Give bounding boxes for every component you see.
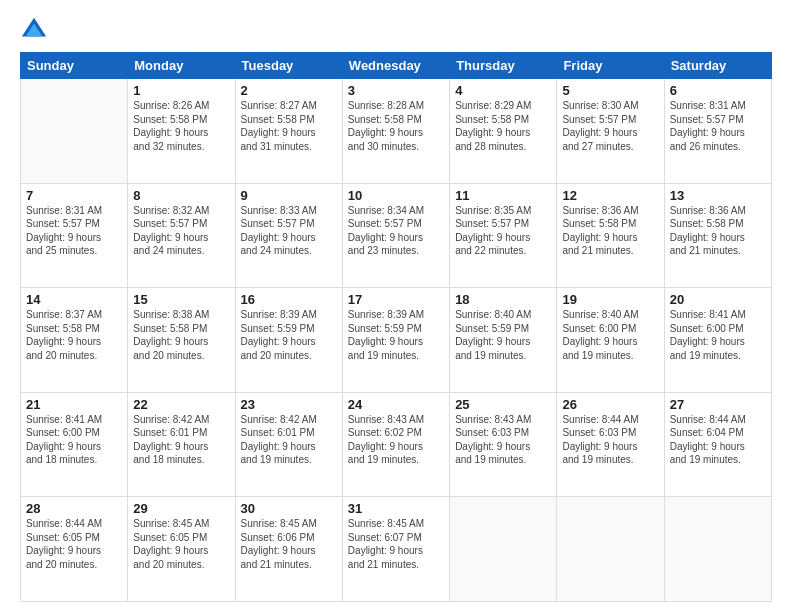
day-info: Sunrise: 8:39 AM Sunset: 5:59 PM Dayligh… [348, 308, 444, 362]
day-info: Sunrise: 8:44 AM Sunset: 6:04 PM Dayligh… [670, 413, 766, 467]
day-info: Sunrise: 8:32 AM Sunset: 5:57 PM Dayligh… [133, 204, 229, 258]
day-info: Sunrise: 8:30 AM Sunset: 5:57 PM Dayligh… [562, 99, 658, 153]
weekday-header: Sunday [21, 53, 128, 79]
day-info: Sunrise: 8:27 AM Sunset: 5:58 PM Dayligh… [241, 99, 337, 153]
page: SundayMondayTuesdayWednesdayThursdayFrid… [0, 0, 792, 612]
calendar-day-cell [21, 79, 128, 184]
day-info: Sunrise: 8:29 AM Sunset: 5:58 PM Dayligh… [455, 99, 551, 153]
day-info: Sunrise: 8:42 AM Sunset: 6:01 PM Dayligh… [133, 413, 229, 467]
day-number: 20 [670, 292, 766, 307]
day-info: Sunrise: 8:31 AM Sunset: 5:57 PM Dayligh… [670, 99, 766, 153]
day-info: Sunrise: 8:26 AM Sunset: 5:58 PM Dayligh… [133, 99, 229, 153]
day-number: 5 [562, 83, 658, 98]
day-number: 11 [455, 188, 551, 203]
calendar-day-cell: 14Sunrise: 8:37 AM Sunset: 5:58 PM Dayli… [21, 288, 128, 393]
day-number: 1 [133, 83, 229, 98]
calendar-day-cell: 5Sunrise: 8:30 AM Sunset: 5:57 PM Daylig… [557, 79, 664, 184]
calendar-day-cell: 12Sunrise: 8:36 AM Sunset: 5:58 PM Dayli… [557, 183, 664, 288]
day-info: Sunrise: 8:34 AM Sunset: 5:57 PM Dayligh… [348, 204, 444, 258]
day-number: 26 [562, 397, 658, 412]
calendar-day-cell: 10Sunrise: 8:34 AM Sunset: 5:57 PM Dayli… [342, 183, 449, 288]
calendar-day-cell: 17Sunrise: 8:39 AM Sunset: 5:59 PM Dayli… [342, 288, 449, 393]
calendar-day-cell: 26Sunrise: 8:44 AM Sunset: 6:03 PM Dayli… [557, 392, 664, 497]
calendar-day-cell [664, 497, 771, 602]
calendar-day-cell: 27Sunrise: 8:44 AM Sunset: 6:04 PM Dayli… [664, 392, 771, 497]
day-number: 14 [26, 292, 122, 307]
day-info: Sunrise: 8:41 AM Sunset: 6:00 PM Dayligh… [26, 413, 122, 467]
calendar-day-cell: 21Sunrise: 8:41 AM Sunset: 6:00 PM Dayli… [21, 392, 128, 497]
day-number: 19 [562, 292, 658, 307]
day-number: 23 [241, 397, 337, 412]
calendar-day-cell: 23Sunrise: 8:42 AM Sunset: 6:01 PM Dayli… [235, 392, 342, 497]
day-number: 2 [241, 83, 337, 98]
calendar-week-row: 28Sunrise: 8:44 AM Sunset: 6:05 PM Dayli… [21, 497, 772, 602]
day-number: 29 [133, 501, 229, 516]
header [20, 16, 772, 44]
calendar-week-row: 21Sunrise: 8:41 AM Sunset: 6:00 PM Dayli… [21, 392, 772, 497]
day-info: Sunrise: 8:45 AM Sunset: 6:05 PM Dayligh… [133, 517, 229, 571]
day-info: Sunrise: 8:42 AM Sunset: 6:01 PM Dayligh… [241, 413, 337, 467]
calendar-day-cell [557, 497, 664, 602]
day-number: 3 [348, 83, 444, 98]
day-number: 28 [26, 501, 122, 516]
calendar-day-cell: 22Sunrise: 8:42 AM Sunset: 6:01 PM Dayli… [128, 392, 235, 497]
day-info: Sunrise: 8:43 AM Sunset: 6:02 PM Dayligh… [348, 413, 444, 467]
day-number: 16 [241, 292, 337, 307]
calendar-week-row: 7Sunrise: 8:31 AM Sunset: 5:57 PM Daylig… [21, 183, 772, 288]
logo-icon [20, 16, 48, 44]
calendar-day-cell: 6Sunrise: 8:31 AM Sunset: 5:57 PM Daylig… [664, 79, 771, 184]
weekday-header: Wednesday [342, 53, 449, 79]
day-number: 15 [133, 292, 229, 307]
day-info: Sunrise: 8:44 AM Sunset: 6:05 PM Dayligh… [26, 517, 122, 571]
calendar-table: SundayMondayTuesdayWednesdayThursdayFrid… [20, 52, 772, 602]
day-number: 10 [348, 188, 444, 203]
calendar-day-cell: 4Sunrise: 8:29 AM Sunset: 5:58 PM Daylig… [450, 79, 557, 184]
weekday-header: Monday [128, 53, 235, 79]
calendar-day-cell: 8Sunrise: 8:32 AM Sunset: 5:57 PM Daylig… [128, 183, 235, 288]
day-info: Sunrise: 8:31 AM Sunset: 5:57 PM Dayligh… [26, 204, 122, 258]
day-number: 25 [455, 397, 551, 412]
calendar-week-row: 14Sunrise: 8:37 AM Sunset: 5:58 PM Dayli… [21, 288, 772, 393]
day-number: 6 [670, 83, 766, 98]
calendar-day-cell: 24Sunrise: 8:43 AM Sunset: 6:02 PM Dayli… [342, 392, 449, 497]
day-info: Sunrise: 8:40 AM Sunset: 6:00 PM Dayligh… [562, 308, 658, 362]
day-info: Sunrise: 8:36 AM Sunset: 5:58 PM Dayligh… [670, 204, 766, 258]
day-info: Sunrise: 8:38 AM Sunset: 5:58 PM Dayligh… [133, 308, 229, 362]
day-info: Sunrise: 8:37 AM Sunset: 5:58 PM Dayligh… [26, 308, 122, 362]
day-info: Sunrise: 8:45 AM Sunset: 6:07 PM Dayligh… [348, 517, 444, 571]
day-number: 4 [455, 83, 551, 98]
weekday-header: Friday [557, 53, 664, 79]
day-info: Sunrise: 8:39 AM Sunset: 5:59 PM Dayligh… [241, 308, 337, 362]
weekday-header: Thursday [450, 53, 557, 79]
day-number: 12 [562, 188, 658, 203]
day-number: 24 [348, 397, 444, 412]
calendar-day-cell: 19Sunrise: 8:40 AM Sunset: 6:00 PM Dayli… [557, 288, 664, 393]
logo [20, 16, 52, 44]
day-number: 7 [26, 188, 122, 203]
day-info: Sunrise: 8:41 AM Sunset: 6:00 PM Dayligh… [670, 308, 766, 362]
calendar-day-cell: 3Sunrise: 8:28 AM Sunset: 5:58 PM Daylig… [342, 79, 449, 184]
day-info: Sunrise: 8:45 AM Sunset: 6:06 PM Dayligh… [241, 517, 337, 571]
day-number: 31 [348, 501, 444, 516]
calendar-day-cell: 16Sunrise: 8:39 AM Sunset: 5:59 PM Dayli… [235, 288, 342, 393]
weekday-header: Tuesday [235, 53, 342, 79]
calendar-day-cell: 13Sunrise: 8:36 AM Sunset: 5:58 PM Dayli… [664, 183, 771, 288]
calendar-day-cell: 18Sunrise: 8:40 AM Sunset: 5:59 PM Dayli… [450, 288, 557, 393]
calendar-day-cell: 1Sunrise: 8:26 AM Sunset: 5:58 PM Daylig… [128, 79, 235, 184]
calendar-day-cell: 15Sunrise: 8:38 AM Sunset: 5:58 PM Dayli… [128, 288, 235, 393]
calendar-day-cell: 20Sunrise: 8:41 AM Sunset: 6:00 PM Dayli… [664, 288, 771, 393]
day-number: 9 [241, 188, 337, 203]
weekday-header-row: SundayMondayTuesdayWednesdayThursdayFrid… [21, 53, 772, 79]
day-number: 22 [133, 397, 229, 412]
day-info: Sunrise: 8:35 AM Sunset: 5:57 PM Dayligh… [455, 204, 551, 258]
calendar-day-cell: 28Sunrise: 8:44 AM Sunset: 6:05 PM Dayli… [21, 497, 128, 602]
day-info: Sunrise: 8:36 AM Sunset: 5:58 PM Dayligh… [562, 204, 658, 258]
calendar-day-cell: 30Sunrise: 8:45 AM Sunset: 6:06 PM Dayli… [235, 497, 342, 602]
weekday-header: Saturday [664, 53, 771, 79]
calendar-day-cell: 2Sunrise: 8:27 AM Sunset: 5:58 PM Daylig… [235, 79, 342, 184]
day-info: Sunrise: 8:33 AM Sunset: 5:57 PM Dayligh… [241, 204, 337, 258]
calendar-day-cell: 7Sunrise: 8:31 AM Sunset: 5:57 PM Daylig… [21, 183, 128, 288]
day-number: 17 [348, 292, 444, 307]
calendar-week-row: 1Sunrise: 8:26 AM Sunset: 5:58 PM Daylig… [21, 79, 772, 184]
day-number: 21 [26, 397, 122, 412]
